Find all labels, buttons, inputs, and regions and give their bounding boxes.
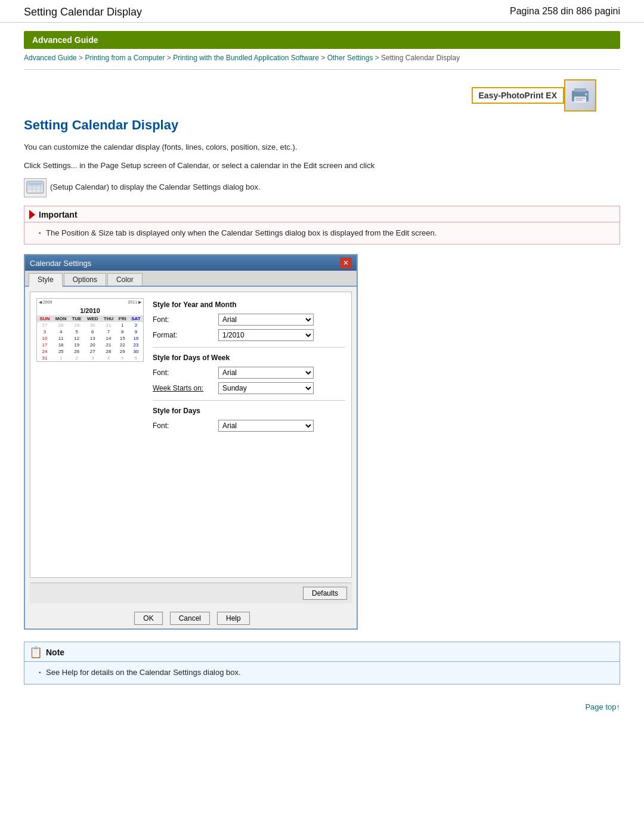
logo-area: Easy-PhotoPrint EX — [48, 79, 596, 112]
dialog-action-row: OK Cancel Help — [25, 608, 357, 628]
breadcrumb-other-settings[interactable]: Other Settings — [327, 54, 373, 62]
defaults-button[interactable]: Defaults — [303, 587, 347, 600]
form-row-format: Format: 1/2010 — [153, 329, 345, 341]
style-year-month-title: Style for Year and Month — [153, 301, 345, 309]
dialog-right-panel: Style for Year and Month Font: Arial For… — [153, 298, 345, 571]
format-select[interactable]: 1/2010 — [218, 329, 314, 341]
tab-color[interactable]: Color — [107, 273, 143, 286]
important-section: Important The Position & Size tab is dis… — [24, 206, 620, 245]
cal-header: ◀ 2009 2011 ▶ — [37, 299, 143, 306]
dialog-close-button[interactable]: ✕ — [340, 258, 352, 268]
help-button[interactable]: Help — [217, 612, 250, 625]
tab-style[interactable]: Style — [29, 273, 63, 287]
cal-row-6: 31 1 2 3 4 5 6 — [37, 355, 143, 361]
dialog-left-panel: ◀ 2009 2011 ▶ 1/2010 SUN MON TUE WED — [36, 298, 147, 571]
main-content: Easy-PhotoPrint EX Setting Calendar Disp… — [0, 79, 644, 729]
week-starts-label: Week Starts on: — [153, 384, 218, 392]
page-top-link-area: Page top↑ — [24, 693, 620, 729]
cal-month-label: 1/2010 — [37, 306, 143, 315]
breadcrumb-bundled-software[interactable]: Printing with the Bundled Application So… — [173, 54, 319, 62]
description1: You can customize the calendar display (… — [24, 141, 620, 154]
ok-button[interactable]: OK — [134, 612, 162, 625]
page-top-link[interactable]: Page top↑ — [585, 702, 620, 711]
breadcrumb-sep2: > — [167, 54, 173, 62]
svg-rect-5 — [575, 100, 583, 101]
breadcrumb: Advanced Guide > Printing from a Compute… — [24, 52, 620, 63]
important-label: Important — [39, 210, 78, 219]
cal-body: 27 28 29 30 31 1 2 3 4 — [37, 322, 143, 361]
style-days-week-title: Style for Days of Week — [153, 354, 345, 362]
col-fri: FRI — [116, 315, 129, 322]
setup-description3: (Setup Calendar) to display the Calendar… — [50, 181, 261, 194]
calendar-preview: ◀ 2009 2011 ▶ 1/2010 SUN MON TUE WED — [36, 298, 144, 362]
form-row-font-d: Font: Arial — [153, 420, 345, 432]
pagination: Pagina 258 din 886 pagini — [510, 6, 620, 17]
cal-row-5: 24 25 26 27 28 29 30 — [37, 348, 143, 355]
dialog-body: ◀ 2009 2011 ▶ 1/2010 SUN MON TUE WED — [30, 292, 352, 578]
font-dw-select[interactable]: Arial — [218, 367, 314, 379]
description2: Click Settings... in the Page Setup scre… — [24, 160, 620, 172]
svg-rect-4 — [575, 98, 585, 99]
calendar-settings-dialog: Calendar Settings ✕ Style Options Color … — [24, 254, 358, 630]
page-title: Setting Calendar Display — [24, 6, 142, 18]
note-header: 📋 Note — [24, 642, 620, 662]
breadcrumb-printing-computer[interactable]: Printing from a Computer — [85, 54, 165, 62]
font-d-select[interactable]: Arial — [218, 420, 314, 432]
svg-point-3 — [585, 93, 587, 95]
cal-next-label: 2011 ▶ — [128, 300, 141, 305]
advanced-guide-banner: Advanced Guide — [24, 31, 620, 49]
important-item-1: The Position & Size tab is displayed onl… — [39, 227, 611, 240]
breadcrumb-sep3: > — [321, 54, 327, 62]
cal-prev-label: ◀ 2009 — [39, 300, 52, 305]
breadcrumb-current: > Setting Calendar Display — [375, 54, 460, 62]
cal-row-3: 10 11 12 13 14 15 16 — [37, 335, 143, 342]
section-divider-2 — [153, 400, 345, 401]
col-sun: SUN — [37, 315, 52, 322]
page-header: Setting Calendar Display Pagina 258 din … — [0, 0, 644, 23]
banner-label: Advanced Guide — [32, 35, 98, 45]
svg-rect-7 — [28, 182, 42, 185]
font-dw-label: Font: — [153, 368, 218, 377]
col-sat: SAT — [129, 315, 143, 322]
dialog-title: Calendar Settings — [30, 259, 91, 268]
cal-grid: SUN MON TUE WED THU FRI SAT — [37, 315, 143, 361]
cal-row-1: 27 28 29 30 31 1 2 — [37, 322, 143, 329]
dialog-wrapper: Calendar Settings ✕ Style Options Color … — [24, 254, 620, 630]
dialog-footer-bar: Defaults — [30, 583, 352, 603]
col-wed: WED — [84, 315, 101, 322]
note-item-1: See Help for details on the Calendar Set… — [39, 667, 611, 679]
section-divider-1 — [153, 347, 345, 348]
col-thu: THU — [101, 315, 116, 322]
week-starts-select[interactable]: Sunday — [218, 382, 314, 394]
note-book-icon: 📋 — [29, 646, 42, 659]
setup-line: (Setup Calendar) to display the Calendar… — [24, 178, 620, 197]
important-body: The Position & Size tab is displayed onl… — [24, 222, 620, 244]
breadcrumb-sep1: > — [79, 54, 85, 62]
logo-text: Easy-PhotoPrint EX — [472, 87, 564, 104]
important-header: Important — [24, 206, 620, 222]
section-title: Setting Calendar Display — [24, 117, 620, 133]
tab-options[interactable]: Options — [64, 273, 106, 286]
cancel-button[interactable]: Cancel — [170, 612, 210, 625]
col-mon: MON — [52, 315, 69, 322]
header-divider — [24, 69, 620, 70]
breadcrumb-advanced-guide[interactable]: Advanced Guide — [24, 54, 77, 62]
dialog-tabs: Style Options Color — [25, 271, 357, 287]
cal-row-2: 3 4 5 6 7 8 9 — [37, 329, 143, 335]
format-label: Format: — [153, 331, 218, 339]
note-section: 📋 Note See Help for details on the Calen… — [24, 642, 620, 685]
font-ym-select[interactable]: Arial — [218, 314, 314, 326]
style-days-title: Style for Days — [153, 407, 345, 415]
font-ym-label: Font: — [153, 315, 218, 324]
logo-icon — [564, 79, 596, 112]
cal-row-4: 17 18 19 20 21 22 23 — [37, 342, 143, 348]
form-row-font-ym: Font: Arial — [153, 314, 345, 326]
important-triangle-icon — [29, 210, 35, 219]
form-row-week-starts: Week Starts on: Sunday — [153, 382, 345, 394]
svg-rect-1 — [574, 88, 586, 92]
dialog-titlebar: Calendar Settings ✕ — [25, 255, 357, 271]
setup-calendar-icon — [24, 178, 47, 197]
font-d-label: Font: — [153, 422, 218, 430]
col-tue: TUE — [69, 315, 84, 322]
note-label: Note — [46, 648, 64, 657]
